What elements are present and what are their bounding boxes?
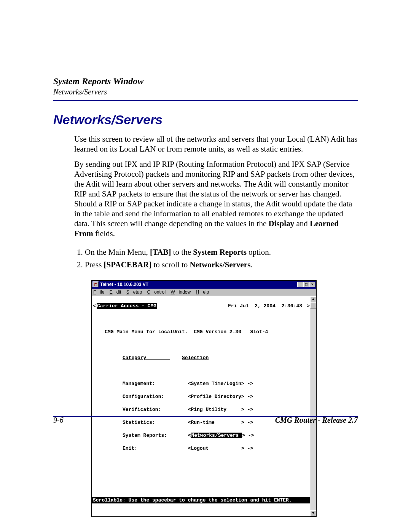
term-row-0-sel[interactable]: <System Time/Login> -> bbox=[188, 381, 253, 387]
close-button[interactable]: × bbox=[309, 282, 315, 287]
term-bottom-hint: Scrollable: Use the spacebar to change t… bbox=[92, 497, 310, 503]
step-2-c: to scroll to bbox=[151, 260, 190, 269]
menu-window[interactable]: Window bbox=[171, 289, 191, 295]
step-2-e: . bbox=[250, 260, 252, 269]
step-1: On the Main Menu, [TAB] to the System Re… bbox=[85, 246, 358, 259]
paragraph-2-text-e: fields. bbox=[93, 229, 115, 238]
header-divider bbox=[53, 100, 358, 101]
menubar[interactable]: File Edit Setup Control Window Help bbox=[92, 289, 316, 296]
page-number: 9-6 bbox=[53, 416, 64, 425]
minimize-button[interactable]: _ bbox=[297, 282, 303, 287]
paragraph-2: By sending out IPX and IP RIP (Routing I… bbox=[74, 159, 358, 238]
vertical-scrollbar[interactable]: ▲ ▼ bbox=[310, 296, 316, 516]
term-top-left: Carrier Access - CMG bbox=[97, 303, 157, 309]
paragraph-1: Use this screen to review all of the net… bbox=[74, 134, 358, 154]
paragraph-2-text-a: By sending out IPX and IP RIP (Routing I… bbox=[74, 160, 355, 228]
term-row-5-sel[interactable]: <Logout > -> bbox=[188, 446, 253, 451]
header-subtitle: Networks/Servers bbox=[53, 87, 358, 97]
step-1-target: System Reports bbox=[193, 248, 247, 257]
menu-help[interactable]: Help bbox=[196, 289, 209, 295]
paragraph-2-bold-display: Display bbox=[268, 219, 294, 228]
term-col1: Category bbox=[123, 355, 170, 361]
menu-control[interactable]: Control bbox=[147, 289, 166, 295]
window-title: Telnet - 10.10.6.203 VT bbox=[100, 282, 297, 287]
telnet-window: ▢ Telnet - 10.10.6.203 VT _ □ × File Edi… bbox=[91, 280, 317, 517]
step-2-target: Networks/Servers bbox=[190, 260, 251, 269]
scroll-up-button[interactable]: ▲ bbox=[310, 296, 316, 302]
step-1-a: On the Main Menu, bbox=[85, 248, 150, 257]
page-header: System Reports Window Networks/Servers bbox=[53, 76, 358, 97]
page-footer: 9-6 CMG Router - Release 2.7 bbox=[53, 416, 358, 425]
titlebar[interactable]: ▢ Telnet - 10.10.6.203 VT _ □ × bbox=[92, 281, 316, 289]
step-2: Press [SPACEBAR] to scroll to Networks/S… bbox=[85, 259, 358, 271]
term-subhead: CMG Main Menu for LocalUnit. CMG Version… bbox=[105, 329, 268, 335]
scroll-down-button[interactable]: ▼ bbox=[310, 510, 316, 516]
terminal-output[interactable]: < Carrier Access - CMGFri Jul 2, 2004 2:… bbox=[92, 296, 310, 516]
step-2-a: Press bbox=[85, 260, 104, 269]
maximize-button[interactable]: □ bbox=[303, 282, 309, 287]
term-top-right: Fri Jul 2, 2004 2:36:48 bbox=[228, 303, 304, 309]
term-col2: Selection bbox=[182, 355, 209, 361]
system-menu-icon[interactable]: ▢ bbox=[92, 281, 99, 287]
step-2-key: [SPACEBAR] bbox=[104, 260, 152, 269]
step-1-c: to the bbox=[171, 248, 193, 257]
step-1-key: [TAB] bbox=[150, 248, 171, 257]
steps-list: On the Main Menu, [TAB] to the System Re… bbox=[74, 246, 358, 271]
term-row-2-cat: Verification: bbox=[123, 407, 161, 412]
term-row-1-cat: Configuration: bbox=[123, 394, 164, 399]
term-row-4-cat: System Reports: bbox=[123, 433, 167, 438]
term-row-4-close: > -> bbox=[242, 433, 254, 438]
scroll-track[interactable] bbox=[310, 308, 316, 510]
header-title: System Reports Window bbox=[53, 76, 358, 87]
term-row-0-cat: Management: bbox=[123, 381, 155, 387]
section-title: Networks/Servers bbox=[53, 112, 358, 127]
paragraph-2-text-c: and bbox=[294, 219, 310, 228]
menu-setup[interactable]: Setup bbox=[126, 289, 142, 295]
scroll-thumb[interactable] bbox=[310, 302, 316, 308]
doc-title-footer: CMG Router - Release 2.7 bbox=[275, 416, 358, 425]
menu-edit[interactable]: Edit bbox=[110, 289, 121, 295]
menu-file[interactable]: File bbox=[93, 289, 104, 295]
term-row-5-cat: Exit: bbox=[123, 446, 137, 451]
term-row-4-sel[interactable]: Networks/Servers bbox=[191, 433, 242, 438]
term-row-1-sel[interactable]: <Profile Directory> -> bbox=[188, 394, 253, 399]
step-1-e: option. bbox=[247, 248, 271, 257]
term-row-2-sel[interactable]: <Ping Utility > -> bbox=[188, 407, 253, 412]
